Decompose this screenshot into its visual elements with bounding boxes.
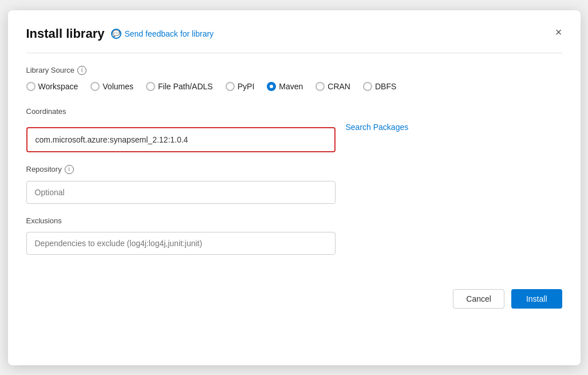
radio-cran-label: CRAN (327, 82, 350, 91)
library-source-section: Library Source i Workspace Volumes File … (26, 66, 562, 91)
radio-volumes-label: Volumes (102, 82, 133, 91)
library-source-radio-group: Workspace Volumes File Path/ADLS PyPI Ma… (26, 82, 562, 91)
radio-volumes-input[interactable] (90, 82, 100, 91)
radio-volumes[interactable]: Volumes (90, 82, 133, 91)
radio-workspace-label: Workspace (38, 82, 78, 91)
radio-workspace-input[interactable] (26, 82, 35, 91)
radio-workspace[interactable]: Workspace (26, 82, 78, 91)
radio-pypi-label: PyPI (238, 82, 255, 91)
dialog-title: Install library (26, 26, 105, 41)
exclusions-label: Exclusions (26, 216, 562, 225)
radio-dbfs-input[interactable] (363, 82, 372, 91)
radio-filepath-input[interactable] (146, 82, 155, 91)
exclusions-section: Exclusions (26, 216, 562, 255)
radio-filepath-label: File Path/ADLS (158, 82, 213, 91)
coordinates-row: Search Packages (26, 123, 562, 152)
dialog-footer: Cancel Install (26, 289, 562, 309)
radio-cran-input[interactable] (315, 82, 325, 91)
radio-dbfs[interactable]: DBFS (363, 82, 396, 91)
close-button[interactable]: × (553, 24, 565, 40)
coordinates-label: Coordinates (26, 107, 562, 116)
radio-pypi[interactable]: PyPI (226, 82, 255, 91)
header-divider (26, 53, 562, 53)
radio-pypi-input[interactable] (226, 82, 235, 91)
radio-maven-label: Maven (279, 82, 303, 91)
cancel-button[interactable]: Cancel (453, 289, 504, 309)
repository-section: Repository i (26, 165, 562, 204)
install-button[interactable]: Install (511, 289, 562, 309)
library-source-info-icon[interactable]: i (77, 66, 86, 75)
dialog-header: Install library 💬 Send feedback for libr… (26, 26, 562, 41)
feedback-icon: 💬 (111, 29, 121, 39)
search-packages-link[interactable]: Search Packages (346, 123, 409, 132)
radio-maven-input[interactable] (267, 82, 276, 91)
exclusions-field-box (26, 232, 336, 255)
feedback-label: Send feedback for library (124, 29, 214, 38)
install-library-dialog: Install library 💬 Send feedback for libr… (8, 10, 581, 365)
repository-input[interactable] (35, 188, 327, 197)
repository-info-icon[interactable]: i (65, 165, 74, 174)
coordinates-field-wrap (26, 123, 336, 152)
coordinates-field-box (26, 127, 336, 152)
radio-cran[interactable]: CRAN (315, 82, 350, 91)
radio-filepath[interactable]: File Path/ADLS (146, 82, 213, 91)
library-source-label: Library Source i (26, 66, 562, 75)
exclusions-input[interactable] (35, 239, 327, 248)
coordinates-section: Coordinates Search Packages (26, 107, 562, 152)
radio-maven[interactable]: Maven (267, 82, 303, 91)
repository-field-box (26, 181, 336, 204)
radio-dbfs-label: DBFS (375, 82, 396, 91)
repository-label: Repository i (26, 165, 562, 174)
coordinates-input[interactable] (35, 135, 326, 144)
feedback-link[interactable]: 💬 Send feedback for library (111, 29, 214, 39)
